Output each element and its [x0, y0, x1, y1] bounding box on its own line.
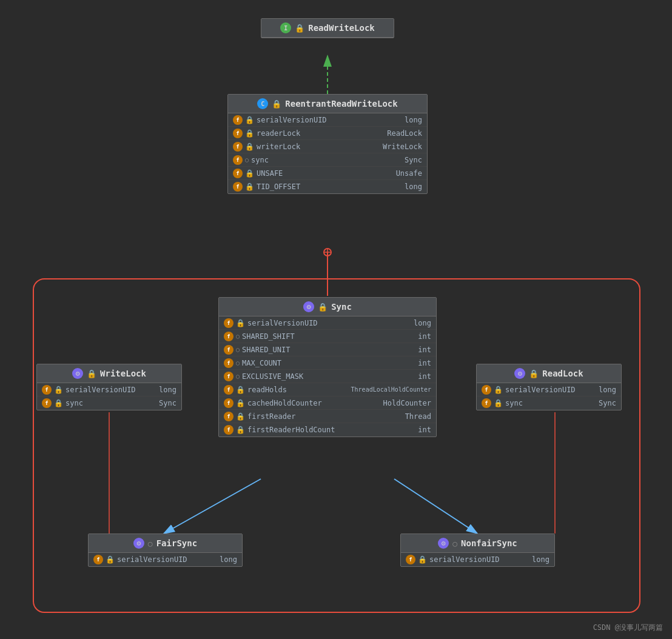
readlock-lock-icon: 🔒 — [529, 369, 539, 378]
field-icon: f — [224, 398, 234, 408]
field-icon: f — [406, 555, 415, 564]
nonfairsync-line — [394, 479, 477, 534]
nonfairsync-header: ⚙ ○ NonfairSync — [401, 534, 554, 553]
row-sync: f ○ sync Sync — [228, 153, 427, 167]
sync-lock-icon: 🔒 — [318, 303, 328, 312]
readlock-row-1: f 🔒 serialVersionUID long — [477, 383, 621, 396]
field-icon: f — [233, 142, 243, 152]
fairsync-line — [164, 479, 261, 534]
field-icon: f — [93, 555, 103, 564]
writelock-row-2: f 🔒 sync Sync — [37, 396, 181, 410]
lock-icon: 🔒 — [494, 386, 503, 394]
lock-icon: 🔒 — [236, 386, 245, 394]
circle-icon: ○ — [236, 346, 240, 353]
row-writerLock: f 🔒 writerLock WriteLock — [228, 140, 427, 153]
lock-icon: 🔒 — [494, 399, 503, 407]
writelock-row-1: f 🔒 serialVersionUID long — [37, 383, 181, 396]
lock-icon: 🔒 — [245, 169, 254, 178]
readwritelock-title: ReadWriteLock — [308, 23, 375, 33]
fairsync-header: ⚙ ○ FairSync — [89, 534, 242, 553]
readlock-icon: ⚙ — [514, 368, 525, 379]
sync-row-1: f 🔒 serialVersionUID long — [219, 316, 436, 330]
sync-box: ⚙ 🔒 Sync f 🔒 serialVersionUID long f ○ S… — [218, 297, 437, 437]
field-icon: f — [224, 345, 234, 355]
field-icon: f — [233, 155, 243, 165]
sync-row-6: f 🔒 readHolds ThreadLocalHoldCounter — [219, 383, 436, 396]
lock-icon: 🔒 — [236, 426, 245, 434]
sync-row-4: f ○ MAX_COUNT int — [219, 356, 436, 370]
fairsync-circle-icon: ○ — [148, 539, 153, 548]
nonfairsync-circle-icon: ○ — [452, 539, 457, 548]
field-icon: f — [224, 358, 234, 368]
writelock-header: ⚙ 🔒 WriteLock — [37, 364, 181, 383]
readlock-row-2: f 🔒 sync Sync — [477, 396, 621, 410]
lock-icon: 🔒 — [245, 142, 254, 151]
field-icon: f — [482, 398, 491, 408]
diagram-container: I 🔒 ReadWriteLock C 🔒 ReentrantReadWrite… — [0, 0, 672, 639]
sync-row-3: f ○ SHARED_UNIT int — [219, 343, 436, 356]
readwritelock-lock-icon: 🔒 — [295, 24, 304, 33]
nonfairsync-title: NonfairSync — [461, 538, 517, 548]
reentrant-lock-icon: 🔒 — [272, 99, 281, 109]
circle-icon: ○ — [236, 360, 240, 366]
circle-icon: ○ — [236, 373, 240, 380]
lock-icon: 🔒 — [54, 386, 63, 394]
sync-icon: ⚙ — [303, 301, 314, 312]
readlock-header: ⚙ 🔒 ReadLock — [477, 364, 621, 383]
sync-header: ⚙ 🔒 Sync — [219, 298, 436, 316]
row-serialVersionUID: f 🔒 serialVersionUID long — [228, 113, 427, 127]
readwritelock-header: I 🔒 ReadWriteLock — [261, 19, 394, 38]
reentrant-icon: C — [257, 98, 268, 109]
lock-icon: 🔒 — [245, 129, 254, 138]
sync-row-7: f 🔒 cachedHoldCounter HoldCounter — [219, 396, 436, 410]
field-icon: f — [42, 398, 52, 408]
readlock-title: ReadLock — [542, 369, 583, 378]
writelock-lock-icon: 🔒 — [87, 369, 96, 378]
fairsync-box: ⚙ ○ FairSync f 🔒 serialVersionUID long — [88, 534, 243, 567]
writelock-title: WriteLock — [100, 369, 146, 378]
reentrant-header: C 🔒 ReentrantReadWriteLock — [228, 95, 427, 113]
fairsync-row-1: f 🔒 serialVersionUID long — [89, 553, 242, 566]
circle-icon: ○ — [245, 156, 249, 163]
lock-icon: 🔒 — [245, 116, 254, 124]
lock-icon: 🔒 — [106, 555, 115, 564]
field-icon: f — [224, 332, 234, 341]
readlock-box: ⚙ 🔒 ReadLock f 🔒 serialVersionUID long f… — [476, 364, 622, 410]
readwritelock-box: I 🔒 ReadWriteLock — [261, 18, 394, 38]
lock-icon: 🔒 — [236, 399, 245, 407]
circle-icon: ○ — [236, 333, 240, 340]
writelock-box: ⚙ 🔒 WriteLock f 🔒 serialVersionUID long … — [36, 364, 182, 410]
lock-icon: 🔒 — [236, 319, 245, 327]
nonfairsync-icon: ⚙ — [438, 538, 449, 549]
readwritelock-icon: I — [280, 22, 291, 33]
field-icon: f — [224, 412, 234, 421]
writelock-icon: ⚙ — [72, 368, 83, 379]
sync-row-2: f ○ SHARED_SHIFT int — [219, 330, 436, 343]
lock-icon: 🔒 — [245, 182, 254, 191]
sync-row-5: f ○ EXCLUSIVE_MASK int — [219, 370, 436, 383]
row-readerLock: f 🔒 readerLock ReadLock — [228, 127, 427, 140]
field-icon: f — [224, 318, 234, 328]
field-icon: f — [233, 182, 243, 192]
sync-title: Sync — [331, 302, 352, 312]
nonfairsync-row-1: f 🔒 serialVersionUID long — [401, 553, 554, 566]
row-tidoffset: f 🔒 TID_OFFSET long — [228, 180, 427, 193]
field-icon: f — [224, 385, 234, 395]
lock-icon: 🔒 — [418, 555, 427, 564]
composition-circle — [324, 249, 331, 256]
field-icon: f — [233, 169, 243, 178]
field-icon: f — [42, 385, 52, 395]
row-unsafe: f 🔒 UNSAFE Unsafe — [228, 167, 427, 180]
lock-icon: 🔒 — [54, 399, 63, 407]
sync-row-8: f 🔒 firstReader Thread — [219, 410, 436, 423]
field-icon: f — [482, 385, 491, 395]
lock-icon: 🔒 — [236, 412, 245, 421]
field-icon: f — [224, 425, 234, 435]
fairsync-icon: ⚙ — [133, 538, 144, 549]
watermark: CSDN @没事儿写两篇 — [593, 623, 663, 633]
reentrant-title: ReentrantReadWriteLock — [285, 99, 397, 109]
sync-row-9: f 🔒 firstReaderHoldCount int — [219, 423, 436, 437]
field-icon: f — [233, 115, 243, 125]
nonfairsync-box: ⚙ ○ NonfairSync f 🔒 serialVersionUID lon… — [400, 534, 555, 567]
reentrant-box: C 🔒 ReentrantReadWriteLock f 🔒 serialVer… — [227, 94, 428, 194]
